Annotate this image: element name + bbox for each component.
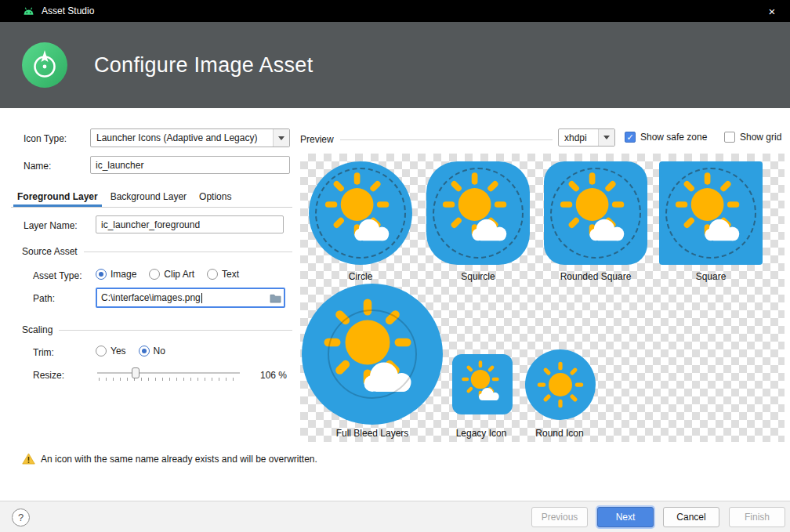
preview-label: Preview (300, 134, 334, 145)
preview-tile-label: Circle (349, 271, 373, 282)
safe-zone-overlay (315, 168, 406, 259)
safe-zone-overlay (433, 168, 524, 259)
radio-selected-icon (139, 346, 150, 356)
android-studio-logo-icon (22, 42, 67, 88)
icon-type-label: Icon Type: (24, 133, 67, 144)
tab-background-layer[interactable]: Background Layer (104, 186, 193, 207)
preview-tile-label: Legacy Icon (456, 428, 507, 439)
cancel-button[interactable]: Cancel (663, 507, 719, 527)
warning-text: An icon with the same name already exist… (41, 454, 317, 465)
next-button[interactable]: Next (597, 507, 654, 527)
asset-type-radio-group: Image Clip Art Text (96, 269, 239, 280)
radio-icon (149, 269, 160, 280)
previous-button[interactable]: Previous (531, 507, 588, 527)
asset-studio-dialog: Asset Studio × Configure Image Asset Ico… (0, 0, 790, 532)
layer-tabs: Foreground Layer Background Layer Option… (11, 186, 237, 207)
resize-slider[interactable] (97, 367, 240, 381)
titlebar: Asset Studio × (0, 0, 790, 22)
icon-type-select[interactable]: Launcher Icons (Adaptive and Legacy) (90, 128, 290, 147)
source-asset-group-header: Source Asset (22, 246, 292, 257)
show-safe-zone-label: Show safe zone (640, 132, 707, 143)
trim-yes-label: Yes (111, 346, 126, 356)
asset-type-image-label: Image (111, 269, 136, 280)
folder-icon (270, 293, 281, 303)
density-select[interactable]: xhdpi (558, 128, 615, 147)
asset-type-radio-image[interactable]: Image (96, 269, 136, 280)
preview-tile-label: Squircle (461, 271, 495, 282)
footer-buttons: Previous Next Cancel Finish (531, 507, 785, 527)
layer-name-label: Layer Name: (24, 220, 78, 231)
safe-zone-overlay (665, 168, 756, 259)
trim-no-label: No (154, 346, 165, 356)
help-button[interactable]: ? (12, 508, 30, 527)
asset-type-label: Asset Type: (33, 270, 82, 281)
asset-type-radio-text[interactable]: Text (207, 269, 239, 280)
dialog-title: Configure Image Asset (94, 53, 313, 78)
preview-tile-label: Rounded Square (560, 271, 632, 282)
tab-options[interactable]: Options (193, 186, 237, 207)
preview-tile-legacy (452, 354, 513, 414)
preview-tile-squircle (426, 161, 530, 265)
chevron-down-icon (273, 129, 289, 147)
icon-type-value: Launcher Icons (Adaptive and Legacy) (91, 132, 273, 143)
scaling-group-header: Scaling (22, 324, 292, 335)
show-grid-checkbox[interactable]: Show grid (724, 132, 781, 143)
preview-tile-circle (309, 161, 412, 265)
trim-label: Trim: (33, 347, 54, 358)
path-label: Path: (33, 293, 55, 304)
finish-button[interactable]: Finish (729, 507, 785, 527)
name-input[interactable] (90, 156, 290, 174)
radio-icon (207, 269, 218, 280)
safe-zone-overlay (550, 168, 641, 259)
preview-canvas: Circle Squircle Rounded Square Square Fu… (300, 154, 785, 442)
show-grid-label: Show grid (740, 132, 781, 143)
asset-type-text-label: Text (222, 269, 239, 280)
resize-value: 106 % (260, 370, 287, 381)
footer-bar: ? Previous Next Cancel Finish (0, 501, 790, 532)
trim-radio-yes[interactable]: Yes (96, 346, 126, 356)
preview-group-header: Preview (300, 134, 553, 145)
slider-groove (97, 372, 240, 374)
window-title: Asset Studio (42, 5, 94, 16)
show-safe-zone-checkbox[interactable]: ✓ Show safe zone (625, 132, 707, 143)
tabs-divider (11, 207, 292, 208)
density-value: xhdpi (559, 132, 598, 143)
dialog-header: Configure Image Asset (0, 22, 790, 108)
warning-row: An icon with the same name already exist… (22, 453, 317, 465)
browse-folder-button[interactable] (266, 289, 284, 306)
source-asset-group-label: Source Asset (22, 246, 78, 257)
sun-cloud-icon (452, 354, 513, 414)
preview-tile-full-bleed (302, 284, 443, 425)
preview-tile-label: Round Icon (535, 428, 583, 439)
preview-tile-label: Full Bleed Layers (336, 428, 409, 439)
slider-ticks (99, 378, 240, 381)
asset-type-radio-clipart[interactable]: Clip Art (149, 269, 194, 280)
sun-icon (525, 349, 596, 420)
checkbox-icon (724, 132, 735, 143)
scaling-group-label: Scaling (22, 324, 53, 335)
tab-foreground-layer[interactable]: Foreground Layer (11, 186, 104, 207)
chevron-down-icon (598, 129, 614, 146)
checkbox-checked-icon: ✓ (625, 132, 636, 143)
android-icon (22, 6, 35, 16)
radio-icon (96, 346, 107, 356)
preview-tile-rounded-square (544, 161, 647, 265)
preview-tile-round (525, 349, 596, 420)
preview-tile-square (659, 161, 763, 265)
path-input[interactable]: C:\interface\images.png (96, 288, 285, 308)
trim-radio-group: Yes No (96, 346, 165, 356)
trim-radio-no[interactable]: No (139, 346, 165, 356)
layer-name-input[interactable] (96, 215, 284, 233)
radio-selected-icon (96, 269, 107, 280)
preview-tile-label: Square (696, 271, 727, 282)
warning-icon (22, 453, 35, 465)
path-value: C:\interface\images.png (101, 292, 201, 303)
slider-thumb[interactable] (132, 367, 140, 378)
name-label: Name: (24, 161, 51, 172)
safe-zone-overlay (328, 309, 417, 399)
close-icon[interactable]: × (754, 0, 790, 22)
resize-label: Resize: (33, 370, 64, 381)
text-caret (201, 293, 202, 303)
asset-type-clipart-label: Clip Art (164, 269, 194, 280)
